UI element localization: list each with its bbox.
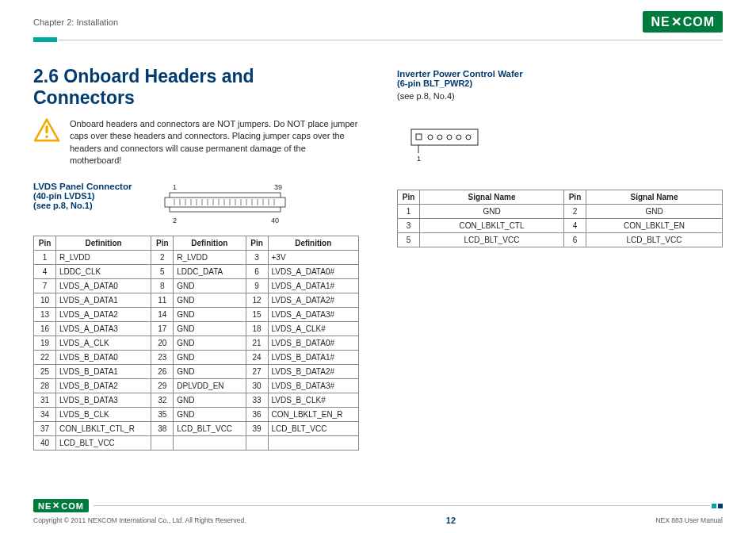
logo-x-icon: ✕ xyxy=(52,500,61,511)
svg-text:1: 1 xyxy=(417,155,421,163)
svg-point-33 xyxy=(456,135,461,140)
content-area: 2.6 Onboard Headers and Connectors Onboa… xyxy=(0,42,756,451)
table-header: Pin xyxy=(246,236,268,250)
svg-text:2: 2 xyxy=(173,217,177,224)
svg-rect-6 xyxy=(165,197,285,207)
table-row: 3CON_LBKLT_CTL4CON_LBKLT_EN xyxy=(398,219,723,233)
logo-x-icon: ✕ xyxy=(670,14,683,29)
wafer-ref: (see p.8, No.4) xyxy=(397,91,723,101)
svg-text:39: 39 xyxy=(274,183,282,191)
table-header: Pin xyxy=(151,236,174,250)
table-header: Definition xyxy=(174,236,246,250)
table-row: 16LVDS_A_DATA317GND18LVDS_A_CLK# xyxy=(34,321,359,336)
right-column: Inverter Power Control Wafer (6-pin BLT_… xyxy=(397,66,723,451)
warning-icon xyxy=(33,118,60,142)
left-column: 2.6 Onboard Headers and Connectors Onboa… xyxy=(33,66,359,451)
table-row: 1R_LVDD2R_LVDD3+3V xyxy=(34,250,359,264)
wafer-pin-table: PinSignal NamePinSignal Name 1GND2GND3CO… xyxy=(397,190,723,247)
lvds-pin-table: PinDefinitionPinDefinitionPinDefinition … xyxy=(33,236,359,451)
table-row: 1GND2GND xyxy=(398,205,723,219)
table-row: 5LCD_BLT_VCC6LCD_BLT_VCC xyxy=(398,233,723,247)
warning-block: Onboard headers and connectors are NOT j… xyxy=(33,118,359,167)
table-row: 34LVDS_B_CLK35GND36CON_LBKLT_EN_R xyxy=(34,407,359,421)
lvds-sub: (40-pin LVDS1) xyxy=(33,191,132,201)
chapter-title: Chapter 2: Installation xyxy=(33,17,118,27)
svg-text:1: 1 xyxy=(173,183,177,191)
page-footer: NE✕COM Copyright © 2011 NEXCOM Internati… xyxy=(0,499,756,525)
brand-logo: NE✕COM xyxy=(643,11,723,33)
lvds-connector-diagram: 1 39 2 40 xyxy=(154,182,296,226)
table-row: 25LVDS_B_DATA126GND27LVDS_B_DATA2# xyxy=(34,364,359,378)
svg-point-31 xyxy=(437,135,442,140)
table-row: 7LVDS_A_DATA08GND9LVDS_A_DATA1# xyxy=(34,278,359,293)
wafer-heading: Inverter Power Control Wafer xyxy=(397,69,723,79)
table-header: Pin xyxy=(34,236,56,250)
table-row: 22LVDS_B_DATA023GND24LVDS_B_DATA1# xyxy=(34,350,359,364)
page-header: Chapter 2: Installation NE✕COM xyxy=(0,0,756,37)
table-row: 10LVDS_A_DATA111GND12LVDS_A_DATA2# xyxy=(34,293,359,307)
copyright-text: Copyright © 2011 NEXCOM International Co… xyxy=(33,516,246,524)
table-row: 31LVDS_B_DATA332GND33LVDS_B_CLK# xyxy=(34,393,359,407)
page-number: 12 xyxy=(446,516,456,525)
table-row: 13LVDS_A_DATA214GND15LVDS_A_DATA3# xyxy=(34,307,359,321)
table-row: 4LDDC_CLK5LDDC_DATA6LVDS_A_DATA0# xyxy=(34,264,359,278)
wafer-connector-diagram: 1 xyxy=(397,125,492,164)
svg-rect-1 xyxy=(45,125,48,133)
table-header: Definition xyxy=(56,236,151,250)
lvds-heading: LVDS Panel Connector xyxy=(33,182,132,191)
wafer-sub: (6-pin BLT_PWR2) xyxy=(397,79,723,88)
svg-point-2 xyxy=(45,136,48,139)
warning-text: Onboard headers and connectors are NOT j… xyxy=(70,118,359,167)
svg-rect-29 xyxy=(416,134,422,140)
svg-point-32 xyxy=(447,135,452,140)
table-header: Pin xyxy=(398,190,420,205)
section-title: 2.6 Onboard Headers and Connectors xyxy=(33,66,359,109)
table-row: 40LCD_BLT_VCC xyxy=(34,435,359,450)
table-row: 37CON_LBKLT_CTL_R38LCD_BLT_VCC39LCD_BLT_… xyxy=(34,421,359,435)
svg-text:40: 40 xyxy=(271,217,279,224)
svg-point-34 xyxy=(466,135,471,140)
footer-logo: NE✕COM xyxy=(33,499,89,512)
svg-point-30 xyxy=(428,135,433,140)
table-row: 19LVDS_A_CLK20GND21LVDS_B_DATA0# xyxy=(34,336,359,350)
lvds-ref: (see p.8, No.1) xyxy=(33,201,132,210)
doc-id: NEX 883 User Manual xyxy=(655,516,723,524)
table-header: Signal Name xyxy=(586,190,722,205)
table-header: Pin xyxy=(563,190,586,205)
table-header: Definition xyxy=(268,236,358,250)
table-header: Signal Name xyxy=(420,190,564,205)
table-row: 28LVDS_B_DATA229DPLVDD_EN30LVDS_B_DATA3# xyxy=(34,378,359,393)
